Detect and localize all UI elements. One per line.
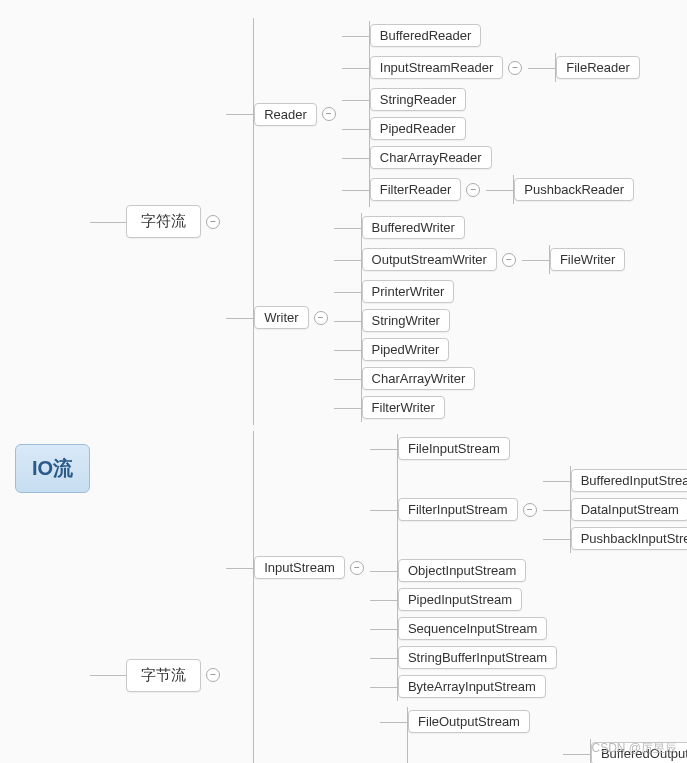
root-node[interactable]: IO流 (15, 444, 90, 493)
tree-node[interactable]: PipedReader (370, 117, 466, 140)
tree-item: PushbackReader (514, 178, 634, 201)
collapse-icon[interactable]: − (523, 503, 537, 517)
mindmap: IO流 字符流−Reader−BufferedReaderInputStream… (15, 15, 672, 763)
tree-node[interactable]: PushbackInputStream (571, 527, 687, 550)
collapse-icon[interactable]: − (322, 107, 336, 121)
tree-item: 字节流−InputStream−FileInputStreamFilterInp… (126, 431, 687, 763)
collapse-icon[interactable]: − (206, 215, 220, 229)
watermark: CSDN @厉昱辰 (591, 740, 677, 757)
tree-node[interactable]: InputStream (254, 556, 345, 579)
tree-item: PushbackInputStream (571, 527, 687, 550)
tree-node[interactable]: FileOutputStream (408, 710, 530, 733)
tree-node[interactable]: FileInputStream (398, 437, 510, 460)
tree-item: InputStreamReader−FileReader (370, 53, 640, 82)
children: BufferedReaderInputStreamReader−FileRead… (369, 21, 640, 207)
tree-item: 字符流−Reader−BufferedReaderInputStreamRead… (126, 18, 687, 425)
root-children: 字符流−Reader−BufferedReaderInputStreamRead… (126, 15, 687, 763)
tree-node[interactable]: StringReader (370, 88, 467, 111)
tree-item: BufferedReader (370, 24, 640, 47)
tree-item: FileOutputStream (408, 710, 687, 733)
tree-item: FilterInputStream−BufferedInputStreamDat… (398, 466, 687, 553)
tree-node[interactable]: InputStreamReader (370, 56, 503, 79)
tree-item: StringWriter (362, 309, 626, 332)
tree-node[interactable]: StringWriter (362, 309, 450, 332)
tree-node[interactable]: PipedInputStream (398, 588, 522, 611)
tree-item: BufferedInputStream (571, 469, 687, 492)
tree-node[interactable]: CharArrayReader (370, 146, 492, 169)
tree-node[interactable]: SequenceInputStream (398, 617, 547, 640)
collapse-icon[interactable]: − (206, 668, 220, 682)
tree-item: PrinterWriter (362, 280, 626, 303)
children: Reader−BufferedReaderInputStreamReader−F… (253, 18, 640, 425)
tree-node[interactable]: PushbackReader (514, 178, 634, 201)
tree-node[interactable]: PrinterWriter (362, 280, 455, 303)
tree-node[interactable]: PipedWriter (362, 338, 450, 361)
tree-node[interactable]: FilterWriter (362, 396, 445, 419)
collapse-icon[interactable]: − (350, 561, 364, 575)
tree-node[interactable]: Writer (254, 306, 308, 329)
tree-node[interactable]: 字符流 (126, 205, 201, 238)
tree-item: CharArrayWriter (362, 367, 626, 390)
tree-item: StringReader (370, 88, 640, 111)
tree-item: ByteArrayInputStream (398, 675, 687, 698)
tree-item: FileInputStream (398, 437, 687, 460)
tree-item: DataInputStream (571, 498, 687, 521)
tree-node[interactable]: OutputStreamWriter (362, 248, 497, 271)
tree-item: CharArrayReader (370, 146, 640, 169)
tree-node[interactable]: CharArrayWriter (362, 367, 476, 390)
children: FileWriter (549, 245, 625, 274)
tree-node[interactable]: DataInputStream (571, 498, 687, 521)
tree-item: PipedInputStream (398, 588, 687, 611)
tree-item: InputStream−FileInputStreamFilterInputSt… (254, 434, 687, 701)
tree-node[interactable]: Reader (254, 103, 317, 126)
tree-item: ObjectInputStream (398, 559, 687, 582)
tree-node[interactable]: ByteArrayInputStream (398, 675, 546, 698)
tree-item: Writer−BufferedWriterOutputStreamWriter−… (254, 213, 640, 422)
tree-item: Reader−BufferedReaderInputStreamReader−F… (254, 21, 640, 207)
tree-node[interactable]: BufferedWriter (362, 216, 465, 239)
tree-node[interactable]: FilterReader (370, 178, 462, 201)
tree-node[interactable]: 字节流 (126, 659, 201, 692)
tree-node[interactable]: FilterInputStream (398, 498, 518, 521)
tree-node[interactable]: StringBufferInputStream (398, 646, 557, 669)
children: PushbackReader (513, 175, 634, 204)
collapse-icon[interactable]: − (502, 253, 516, 267)
children: FileReader (555, 53, 640, 82)
tree-item: FilterWriter (362, 396, 626, 419)
tree-item: SequenceInputStream (398, 617, 687, 640)
collapse-icon[interactable]: − (508, 61, 522, 75)
tree-item: FileWriter (550, 248, 625, 271)
tree-node[interactable]: ObjectInputStream (398, 559, 526, 582)
collapse-icon[interactable]: − (466, 183, 480, 197)
tree-item: FilterReader−PushbackReader (370, 175, 640, 204)
tree-node[interactable]: FileReader (556, 56, 640, 79)
tree-item: PipedWriter (362, 338, 626, 361)
children: BufferedInputStreamDataInputStreamPushba… (570, 466, 687, 553)
tree-item: PipedReader (370, 117, 640, 140)
tree-item: BufferedWriter (362, 216, 626, 239)
tree-item: StringBufferInputStream (398, 646, 687, 669)
tree-node[interactable]: FileWriter (550, 248, 625, 271)
collapse-icon[interactable]: − (314, 311, 328, 325)
children: BufferedWriterOutputStreamWriter−FileWri… (361, 213, 626, 422)
tree-node[interactable]: BufferedInputStream (571, 469, 687, 492)
children: FileInputStreamFilterInputStream−Buffere… (397, 434, 687, 701)
children: InputStream−FileInputStreamFilterInputSt… (253, 431, 687, 763)
tree-node[interactable]: BufferedReader (370, 24, 482, 47)
tree-item: FileReader (556, 56, 640, 79)
tree-item: OutputStreamWriter−FileWriter (362, 245, 626, 274)
